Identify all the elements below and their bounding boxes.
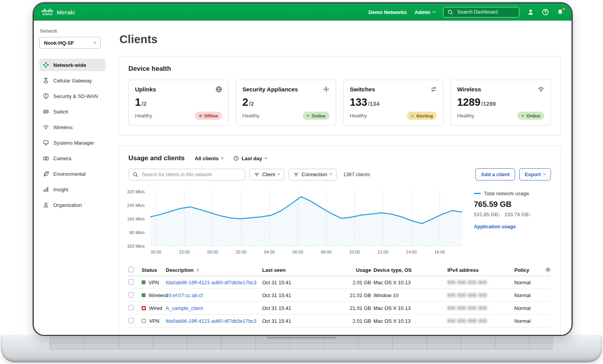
sidebar-item-switch[interactable]: Switch bbox=[39, 105, 105, 118]
time-range-filter[interactable]: Last day bbox=[233, 156, 267, 161]
sidebar-item-insight[interactable]: Insight bbox=[39, 183, 105, 196]
ipv4-cell bbox=[447, 292, 514, 298]
demo-networks-link[interactable]: Demo Networks bbox=[368, 9, 407, 15]
y-tick-label: 160 Mb/s bbox=[127, 217, 145, 221]
col-description[interactable]: Description bbox=[166, 267, 262, 273]
policy-cell: Normal bbox=[514, 305, 538, 311]
chart-y-axis: 320 Mb/s240 Mb/s160 Mb/s80 Mb/s320 Mb/s bbox=[128, 190, 147, 248]
help-icon[interactable] bbox=[542, 9, 549, 16]
health-card-uplinks[interactable]: Uplinks1/2Healthy⊖Offline bbox=[128, 80, 229, 126]
sidebar-item-cellular-gateway[interactable]: Cellular Gateway bbox=[39, 74, 105, 87]
healthy-count: 1/2 bbox=[135, 97, 222, 108]
clock-icon bbox=[233, 156, 239, 161]
x-tick-label: 20:00 bbox=[151, 250, 161, 254]
notification-badge bbox=[562, 7, 565, 10]
health-card-security-appliances[interactable]: Security Appliances2/2Healthy✔Online bbox=[236, 80, 336, 126]
health-card-switches[interactable]: Switches133/134Healthy⚠Alerting bbox=[343, 80, 443, 126]
card-title: Uplinks bbox=[135, 86, 156, 93]
table-settings-icon[interactable] bbox=[545, 267, 551, 273]
total-count: /134 bbox=[368, 100, 379, 107]
x-tick-label: 06:00 bbox=[293, 250, 303, 254]
table-header-row: StatusDescriptionLast seenUsageDevice ty… bbox=[128, 264, 551, 276]
y-tick-label: 80 Mb/s bbox=[130, 230, 145, 235]
device-os-cell: Mac OS X 10.13 bbox=[373, 305, 447, 311]
description-cell: fda0ab86-19ff-4121-ad60-df7db3e17bc3 bbox=[166, 280, 262, 285]
admin-label: Admin bbox=[415, 9, 430, 15]
col-policy[interactable]: Policy bbox=[514, 267, 538, 273]
x-tick-label: 08:00 bbox=[321, 250, 332, 254]
search-icon bbox=[133, 172, 138, 177]
alerting-icon: ⚠ bbox=[411, 114, 414, 118]
sidebar-item-label: Wireless bbox=[53, 124, 73, 130]
healthy-count: 2/2 bbox=[242, 97, 330, 108]
usage-cell: 21.01 GB bbox=[339, 305, 373, 311]
last-seen-cell: Oct 31 15:41 bbox=[262, 292, 339, 298]
y-tick-label: 320 Mb/s bbox=[127, 189, 145, 194]
notifications-icon[interactable] bbox=[557, 9, 564, 16]
device-health-title: Device health bbox=[128, 65, 551, 73]
ipv4-redacted bbox=[447, 306, 488, 310]
row-checkbox[interactable] bbox=[128, 318, 134, 323]
account-icon[interactable] bbox=[527, 9, 534, 16]
network-selector[interactable]: Nook-HQ-SF bbox=[39, 37, 101, 49]
client-description-link[interactable]: A_sample_client bbox=[166, 305, 203, 311]
select-all-checkbox[interactable] bbox=[128, 267, 134, 272]
x-tick-label: 14:00 bbox=[406, 250, 417, 254]
connection-filter-button[interactable]: Connection bbox=[289, 169, 337, 180]
device-os-cell: Mac OS X 10.13 bbox=[373, 280, 447, 285]
col-last-seen[interactable]: Last seen bbox=[262, 267, 339, 273]
x-tick-label: 04:00 bbox=[264, 250, 275, 254]
sort-icon[interactable] bbox=[196, 268, 200, 272]
meraki-logo[interactable]: cisco Meraki bbox=[42, 9, 75, 16]
online-icon: ✔ bbox=[307, 114, 310, 118]
admin-menu[interactable]: Admin bbox=[415, 9, 435, 15]
wifi-icon bbox=[538, 86, 544, 93]
row-checkbox[interactable] bbox=[128, 292, 134, 298]
status-square-icon bbox=[142, 293, 145, 297]
usage-cell: 21.01 GB bbox=[339, 292, 373, 298]
sidebar-item-organization[interactable]: Organization bbox=[39, 199, 105, 211]
add-client-button[interactable]: Add a client bbox=[475, 168, 515, 180]
laptop-keyboard bbox=[50, 336, 553, 350]
sidebar-item-label: Switch bbox=[53, 109, 68, 115]
all-clients-filter[interactable]: All clients bbox=[195, 156, 223, 161]
description-cell: A_sample_client bbox=[166, 305, 262, 311]
client-search[interactable] bbox=[128, 169, 245, 180]
col-device-os[interactable]: Device type, OS bbox=[373, 267, 447, 273]
healthy-label: Healthy bbox=[457, 113, 474, 119]
row-checkbox[interactable] bbox=[128, 279, 134, 285]
client-description-link[interactable]: 03:ef:07:cc:ab:cf bbox=[166, 292, 203, 298]
col-ipv4[interactable]: IPv4 address bbox=[447, 267, 514, 273]
sidebar-item-security-sd-wan[interactable]: Security & SD-WAN bbox=[39, 90, 105, 102]
sidebar-item-network-wide[interactable]: Network-wide bbox=[39, 59, 105, 71]
x-tick-label: 22:00 bbox=[179, 250, 190, 254]
policy-cell: Normal bbox=[514, 280, 538, 285]
main-content: Clients Device health Uplinks1/2Healthy⊖… bbox=[110, 21, 571, 335]
client-search-input[interactable] bbox=[141, 172, 241, 178]
sidebar-item-systems-manager[interactable]: Systems Manager bbox=[39, 136, 105, 149]
col-usage[interactable]: Usage bbox=[339, 267, 373, 273]
health-card-wireless[interactable]: Wireless1289/1289Healthy✔Online bbox=[450, 80, 551, 126]
x-tick-label: 12:00 bbox=[378, 250, 389, 254]
row-checkbox[interactable] bbox=[128, 305, 134, 310]
insight-icon bbox=[43, 186, 49, 192]
dashboard-search-input[interactable] bbox=[456, 9, 515, 15]
description-cell: 03:ef:07:cc:ab:cf bbox=[166, 292, 262, 298]
application-usage-link[interactable]: Application usage bbox=[474, 224, 516, 229]
ipv4-redacted bbox=[447, 280, 488, 284]
export-button[interactable]: Export bbox=[519, 168, 551, 180]
legend-line bbox=[474, 193, 481, 194]
col-status[interactable]: Status bbox=[142, 267, 166, 273]
sidebar-item-environmental[interactable]: Environmental bbox=[39, 168, 105, 180]
status-badge: ✔Online bbox=[517, 112, 544, 120]
organization-icon bbox=[43, 202, 49, 208]
client-description-link[interactable]: fda0ab86-19ff-4121-ad60-df7db3e17bc3 bbox=[166, 280, 256, 285]
client-description-link[interactable]: fda0ab86-19ff-4121-ad60-df7db3e17bc3 bbox=[166, 318, 256, 324]
sidebar-item-camera[interactable]: Camera bbox=[39, 152, 105, 164]
sidebar-item-label: Security & SD-WAN bbox=[53, 93, 98, 99]
all-clients-label: All clients bbox=[195, 156, 219, 161]
client-filter-button[interactable]: Client bbox=[249, 169, 284, 180]
sidebar-item-label: Network-wide bbox=[53, 62, 86, 68]
dashboard-search[interactable] bbox=[443, 7, 519, 18]
sidebar-item-wireless[interactable]: Wireless bbox=[39, 121, 105, 133]
